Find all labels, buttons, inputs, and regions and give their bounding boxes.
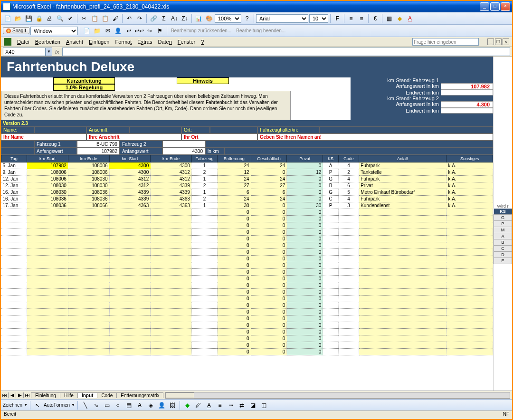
hinweis-button[interactable]: Hinweis [177, 77, 229, 84]
f2-value[interactable] [162, 141, 205, 148]
line-icon[interactable]: ╲ [80, 401, 90, 410]
borders-icon[interactable]: ▦ [384, 14, 394, 23]
data-table[interactable]: Tagkm-Startkm-Endekm-Startkm-EndeFahrzeu… [1, 155, 493, 355]
cut-icon[interactable]: ✂ [79, 14, 89, 23]
menu-insert[interactable]: Einfügen [89, 39, 109, 45]
table-row[interactable]: 000 [1, 322, 493, 329]
arrowstyle-icon[interactable]: ⇄ [237, 401, 247, 410]
zoom-combo[interactable]: 100% [215, 14, 241, 23]
table-row[interactable]: 17. Jan10803610806643634363130030P3Kunde… [1, 202, 493, 209]
wordart-icon[interactable]: A [135, 401, 144, 410]
recipient-icon[interactable]: 👤 [114, 26, 123, 36]
redo-icon[interactable]: ↷ [135, 14, 144, 23]
f1-aw-value[interactable]: 107982 [77, 148, 120, 155]
table-row[interactable]: 000 [1, 296, 493, 302]
autoformen-menu[interactable]: AutoFormen [44, 402, 70, 408]
font-combo[interactable]: Arial [256, 14, 308, 23]
copy-icon[interactable]: 📋 [90, 14, 99, 23]
select-icon[interactable]: ↖ [33, 401, 42, 410]
reply-all-icon[interactable]: ↩↩ [134, 26, 144, 36]
tab-entfernung[interactable]: Entfernungsmatrix [116, 392, 163, 398]
mdi-minimize[interactable]: _ [487, 38, 494, 45]
fillcolor-icon[interactable]: ◆ [182, 401, 192, 410]
worksheet[interactable]: Fahrtenbuch Deluxe Kurzanleitung Hinweis… [1, 57, 493, 391]
halter-input[interactable]: Geben Sie Ihren Namen an! [257, 134, 493, 141]
tab-hilfe[interactable]: Hilfe [60, 392, 78, 398]
tab-input[interactable]: Input [77, 392, 97, 398]
hscrollbar[interactable] [165, 392, 510, 399]
mdi-close[interactable]: × [503, 38, 509, 45]
ort-input[interactable]: Ihr Ort [181, 134, 257, 141]
table-row[interactable]: 000 [1, 302, 493, 309]
formula-bar[interactable] [62, 48, 510, 56]
table-row[interactable]: 000 [1, 329, 493, 335]
flag-icon[interactable]: ⚑ [155, 26, 165, 36]
table-row[interactable]: 000 [1, 242, 493, 249]
regelung-button[interactable]: 1,0% Regelung [53, 84, 115, 91]
table-row[interactable]: 000 [1, 222, 493, 229]
table-row[interactable]: 12. Jan10803010803043124339227270B6Priva… [1, 182, 493, 189]
table-row[interactable]: 12. Jan10800610803043124312124240G4Fuhrp… [1, 176, 493, 182]
mdi-restore[interactable]: ❐ [495, 38, 502, 45]
sort-asc-icon[interactable]: A↓ [170, 14, 179, 23]
snagit-window-combo[interactable]: Window [30, 27, 78, 35]
menu-extras[interactable]: Extras [137, 39, 152, 45]
name-input[interactable]: Ihr Name [1, 134, 86, 141]
3d-icon[interactable]: ◫ [259, 401, 268, 410]
spell-icon[interactable]: ✔ [66, 14, 75, 23]
fx-icon[interactable]: fx [55, 49, 59, 55]
table-row[interactable]: 000 [1, 216, 493, 222]
new-icon[interactable]: 📄 [3, 14, 12, 23]
clipart-icon[interactable]: 👤 [157, 401, 166, 410]
table-row[interactable]: 000 [1, 349, 493, 355]
tab-prev-icon[interactable]: ◀ [9, 392, 16, 398]
menu-window[interactable]: Fenster [178, 39, 195, 45]
hscroll-thumb[interactable] [166, 392, 194, 398]
table-row[interactable]: 000 [1, 249, 493, 256]
hyperlink-icon[interactable]: 🔗 [149, 14, 158, 23]
table-row[interactable]: 000 [1, 229, 493, 236]
review-end[interactable]: Bearbeitung beenden... [234, 28, 287, 33]
currency-icon[interactable]: € [370, 14, 380, 23]
menu-view[interactable]: Ansicht [66, 39, 83, 45]
tab-einleitung[interactable]: Einleitung [31, 392, 60, 398]
preview-icon[interactable]: 🔍 [55, 14, 65, 23]
shadow-icon[interactable]: ◪ [248, 401, 257, 410]
tab-first-icon[interactable]: ⏮ [1, 392, 9, 398]
help-icon[interactable]: ? [242, 14, 252, 23]
arrow-icon[interactable]: ↘ [91, 401, 101, 410]
reply-icon[interactable]: ↩ [124, 26, 133, 36]
table-row[interactable]: 9. Jan10800610800643004312212012P2Tankst… [1, 169, 493, 176]
linecolor-icon[interactable]: 🖊 [193, 401, 203, 410]
menu-format[interactable]: Format [115, 39, 132, 45]
snagit-button[interactable]: SnagIt [3, 27, 29, 34]
zeichnen-menu[interactable]: Zeichnen [3, 402, 22, 408]
dropdown-icon[interactable]: ▼ [46, 48, 52, 56]
table-row[interactable]: 000 [1, 269, 493, 276]
table-row[interactable]: 000 [1, 315, 493, 322]
review-sendback[interactable]: Bearbeitung zurücksenden... [169, 28, 233, 33]
fontsize-combo[interactable]: 10 [309, 14, 328, 23]
table-row[interactable]: 000 [1, 262, 493, 269]
new-mail-icon[interactable]: 📄 [82, 26, 92, 36]
table-row[interactable]: 16. Jan10803610803643394363224240C4Fuhrp… [1, 196, 493, 202]
tab-code[interactable]: Code [97, 392, 117, 398]
table-row[interactable]: 000 [1, 256, 493, 262]
align-right-icon[interactable]: ≡ [357, 14, 366, 23]
table-row[interactable]: 5. Jan10798210800643004300124240A4Fuhrpa… [1, 162, 493, 169]
menu-file[interactable]: Datei [17, 39, 29, 45]
drawing-icon[interactable]: 🎨 [204, 14, 214, 23]
oval-icon[interactable]: ○ [113, 401, 123, 410]
table-row[interactable]: 16. Jan108030108036433943391660G5Metro E… [1, 189, 493, 196]
minimize-button[interactable]: _ [480, 2, 489, 11]
tab-next-icon[interactable]: ▶ [16, 392, 24, 398]
undo-icon[interactable]: ↶ [124, 14, 134, 23]
name-box[interactable] [3, 48, 46, 56]
save-icon[interactable]: 💾 [24, 14, 33, 23]
table-row[interactable]: 000 [1, 236, 493, 242]
chart-icon[interactable]: 📊 [194, 14, 203, 23]
forward-icon[interactable]: ↪ [145, 26, 154, 36]
close-button[interactable]: × [501, 2, 510, 11]
open-icon[interactable]: 📂 [13, 14, 23, 23]
help-search-input[interactable] [412, 38, 479, 46]
